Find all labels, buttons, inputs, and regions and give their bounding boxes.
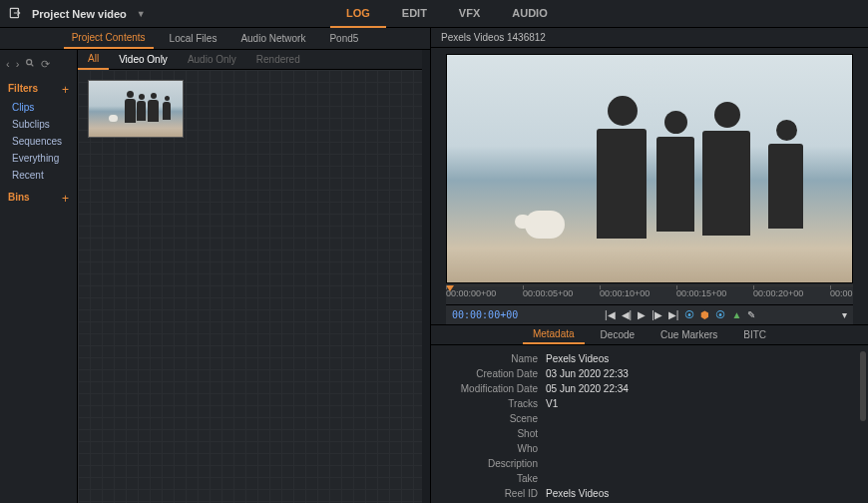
subtab-audio-only[interactable]: Audio Only (178, 50, 246, 69)
marker-button[interactable]: ⬢ (700, 309, 709, 320)
metadata-row: NamePexels Videos (441, 351, 858, 366)
meta-tab-decode[interactable]: Decode (591, 326, 645, 343)
subtab-all[interactable]: All (78, 50, 109, 70)
metadata-value[interactable]: Pexels Videos (546, 488, 609, 499)
metadata-label: Scene (441, 413, 546, 424)
add-bin-button[interactable]: + (62, 192, 69, 206)
project-menu-caret-icon[interactable]: ▼ (137, 9, 146, 19)
tab-vfx[interactable]: VFX (443, 0, 496, 28)
search-icon[interactable] (25, 58, 35, 71)
metadata-value[interactable]: V1 (546, 398, 558, 409)
mark-in-button[interactable]: ⦿ (684, 309, 694, 320)
go-end-button[interactable]: ▶| (668, 309, 679, 320)
lp-tab-pond5[interactable]: Pond5 (321, 29, 366, 48)
metadata-row: Creation Date03 Jun 2020 22:33 (441, 366, 858, 381)
subtab-rendered[interactable]: Rendered (246, 50, 310, 69)
browser-subtabs: All Video Only Audio Only Rendered (78, 50, 422, 70)
ruler-tick: 00:00:10+00 (600, 288, 676, 298)
top-bar: Project New video ▼ LOG EDIT VFX AUDIO (0, 0, 868, 28)
current-timecode[interactable]: 00:00:00+00 (452, 309, 518, 320)
metadata-label: Name (441, 353, 546, 364)
video-viewport[interactable] (446, 54, 853, 283)
main-tabs: LOG EDIT VFX AUDIO (146, 0, 748, 28)
play-button[interactable]: ▶ (638, 309, 646, 320)
metadata-row: Description (441, 456, 858, 471)
metadata-scrollbar[interactable] (860, 351, 866, 421)
sidebar-item-sequences[interactable]: Sequences (0, 133, 77, 150)
svg-point-1 (27, 60, 32, 65)
project-title[interactable]: Project New video (32, 8, 127, 20)
sidebar-tools: ‹ › ⟳ (0, 54, 77, 75)
clip-grid[interactable] (78, 70, 422, 503)
metadata-row: Shot (441, 426, 858, 441)
sidebar-item-subclips[interactable]: Subclips (0, 116, 77, 133)
add-marker-button[interactable]: ▲ (731, 309, 741, 320)
timeline-ruler[interactable]: 00:00:00+00 00:00:05+00 00:00:10+00 00:0… (446, 283, 853, 304)
ruler-tick: 00:00:20+00 (753, 288, 830, 298)
left-panel-tabs: Project Contents Local Files Audio Netwo… (0, 28, 430, 50)
forward-icon[interactable]: › (16, 58, 20, 71)
metadata-label: Tracks (441, 398, 546, 409)
browser-scrollbar[interactable] (422, 50, 430, 503)
metadata-tabs: Metadata Decode Cue Markers BITC (431, 325, 868, 345)
tab-log[interactable]: LOG (330, 0, 386, 28)
metadata-label: Description (441, 458, 546, 469)
metadata-label: Modification Date (441, 383, 546, 394)
transport-bar: 00:00:00+00 |◀ ◀| ▶ |▶ ▶| ⦿ ⬢ ⦿ ▲ ✎ ▾ (446, 304, 853, 324)
metadata-label: Who (441, 443, 546, 454)
right-panel: Pexels Videos 1436812 00:00:00+00 00:00:… (431, 28, 868, 503)
meta-tab-bitc[interactable]: BITC (733, 326, 776, 343)
metadata-body[interactable]: NamePexels VideosCreation Date03 Jun 202… (431, 345, 868, 503)
back-icon[interactable]: ‹ (6, 58, 10, 71)
lp-tab-local-files[interactable]: Local Files (162, 29, 225, 48)
mark-out-button[interactable]: ⦿ (715, 309, 725, 320)
sidebar: ‹ › ⟳ Filters + Clips Subclips Sequences… (0, 50, 78, 503)
content: Project Contents Local Files Audio Netwo… (0, 28, 868, 503)
sidebar-item-everything[interactable]: Everything (0, 150, 77, 167)
metadata-label: Creation Date (441, 368, 546, 379)
refresh-icon[interactable]: ⟳ (41, 58, 50, 71)
ruler-tick: 00:00:05+00 (523, 288, 600, 298)
lp-tab-project-contents[interactable]: Project Contents (64, 28, 154, 49)
metadata-panel: Metadata Decode Cue Markers BITC NamePex… (431, 324, 868, 503)
exit-icon[interactable] (8, 6, 22, 22)
ruler-tick: 00:00 (830, 288, 853, 298)
go-start-button[interactable]: |◀ (605, 309, 616, 320)
subtab-video-only[interactable]: Video Only (109, 50, 178, 69)
metadata-row: Scene (441, 411, 858, 426)
edit-marker-button[interactable]: ✎ (747, 309, 755, 320)
filters-heading: Filters (8, 83, 38, 97)
metadata-row: TracksV1 (441, 396, 858, 411)
metadata-value[interactable]: 05 Jun 2020 22:34 (546, 383, 629, 394)
step-back-button[interactable]: ◀| (622, 309, 633, 320)
viewer-area: 00:00:00+00 00:00:05+00 00:00:10+00 00:0… (431, 48, 868, 324)
metadata-value[interactable]: Pexels Videos (546, 353, 609, 364)
metadata-label: Take (441, 473, 546, 484)
metadata-row: Take (441, 471, 858, 486)
sidebar-item-recent[interactable]: Recent (0, 167, 77, 184)
sidebar-item-clips[interactable]: Clips (0, 99, 77, 116)
tab-audio[interactable]: AUDIO (496, 0, 563, 28)
tab-edit[interactable]: EDIT (386, 0, 443, 28)
clip-thumbnail[interactable] (88, 80, 184, 138)
meta-tab-metadata[interactable]: Metadata (523, 325, 585, 344)
metadata-row: Who (441, 441, 858, 456)
clip-browser: All Video Only Audio Only Rendered (78, 50, 422, 503)
metadata-row: Modification Date05 Jun 2020 22:34 (441, 381, 858, 396)
add-filter-button[interactable]: + (62, 83, 69, 97)
ruler-tick: 00:00:15+00 (676, 288, 753, 298)
metadata-row: Reel IDPexels Videos (441, 486, 858, 501)
metadata-value[interactable]: 03 Jun 2020 22:33 (546, 368, 629, 379)
ruler-tick: 00:00:00+00 (446, 288, 523, 298)
transport-menu-icon[interactable]: ▾ (842, 309, 847, 320)
bins-heading: Bins (8, 192, 30, 206)
lp-tab-audio-network[interactable]: Audio Network (232, 29, 313, 48)
meta-tab-cue-markers[interactable]: Cue Markers (651, 326, 727, 343)
viewer-clip-name: Pexels Videos 1436812 (431, 28, 868, 48)
step-forward-button[interactable]: |▶ (651, 309, 662, 320)
metadata-label: Shot (441, 428, 546, 439)
left-panel: Project Contents Local Files Audio Netwo… (0, 28, 431, 503)
metadata-label: Reel ID (441, 488, 546, 499)
